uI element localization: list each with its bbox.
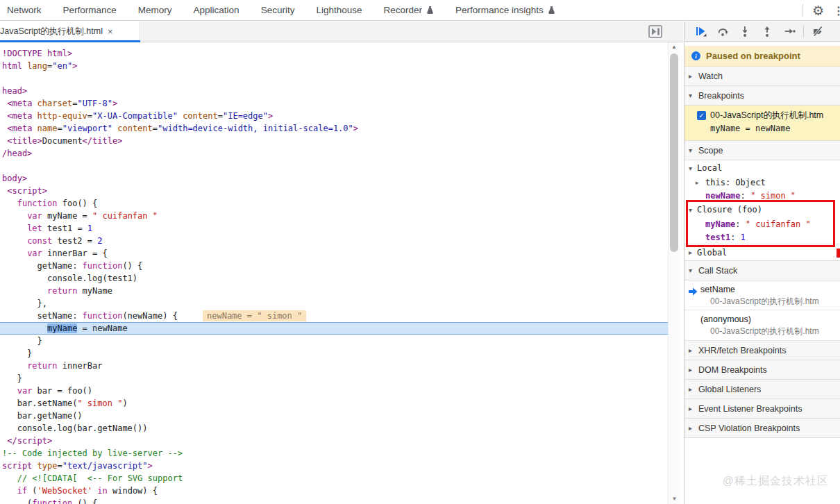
chevron-right-icon: ▸ — [689, 346, 697, 354]
scroll-down-arrow-icon[interactable]: ▼ — [669, 494, 680, 504]
file-tab-label: JavaScript的执行机制.html — [0, 26, 103, 37]
debugger-toolbar — [684, 22, 840, 42]
menu-item-network[interactable]: Network — [7, 5, 42, 15]
close-tab-icon[interactable]: × — [108, 26, 113, 37]
menu-item-performance-insights[interactable]: Performance insights — [455, 5, 555, 15]
code-line: var bar = foo() — [0, 385, 668, 397]
code-line: if ('WebSocket' in window) { — [0, 485, 668, 497]
step-over-button[interactable] — [715, 24, 730, 39]
editor-tab-strip: JavaScript的执行机制.html × — [0, 22, 683, 42]
code-line — [0, 160, 668, 172]
toolbar-divider — [803, 4, 803, 17]
code-line: <title>Document</title> — [0, 135, 668, 147]
breakpoint-condition: myName = newName — [684, 124, 840, 133]
chevron-right-icon: ▸ — [689, 366, 697, 373]
code-line: <meta http-equiv="X-UA-Compatible" conte… — [0, 110, 668, 122]
breakpoint-checkbox[interactable]: ✓ — [697, 111, 706, 120]
chevron-down-icon: ▾ — [689, 267, 697, 274]
section-global-listeners[interactable]: ▸Global Listeners — [684, 380, 840, 399]
execution-line: myName = newName — [0, 322, 668, 335]
scrollbar-thumb[interactable] — [670, 53, 678, 252]
settings-gear-icon[interactable]: ⚙ — [812, 4, 824, 17]
navigator-toggle-icon[interactable] — [648, 25, 662, 38]
chevron-down-icon: ▾ — [689, 146, 697, 154]
flask-icon — [426, 6, 434, 15]
chevron-right-icon: ▸ — [689, 424, 697, 432]
callstack-frame[interactable]: (anonymous)00-JavaScript的执行机制.htm — [684, 310, 840, 341]
step-out-button[interactable] — [759, 24, 775, 39]
code-line: const test2 = 2 — [0, 235, 668, 247]
code-line: /head> — [0, 147, 668, 160]
section-xhr-fetch-breakpoints[interactable]: ▸XHR/fetch Breakpoints — [684, 341, 840, 360]
scope-variable[interactable]: ▸this: Object — [684, 176, 840, 189]
scope-group-global[interactable]: ▸Global — [684, 244, 840, 261]
code-line: }, — [0, 297, 668, 310]
current-frame-arrow-icon — [688, 286, 698, 299]
menu-item-application[interactable]: Application — [194, 5, 240, 15]
code-line: var myName = " cuifanfan " — [0, 210, 668, 222]
menu-item-lighthouse[interactable]: Lighthouse — [316, 5, 362, 15]
topbar-right: ⚙ ⋮ — [803, 0, 840, 21]
file-tab[interactable]: JavaScript的执行机制.html × — [0, 22, 140, 42]
menu-item-performance[interactable]: Performance — [63, 5, 117, 15]
callstack-frame[interactable]: setName00-JavaScript的执行机制.htm — [684, 280, 840, 310]
section-watch[interactable]: ▸ Watch — [684, 67, 840, 86]
menu-item-recorder[interactable]: Recorder — [383, 5, 434, 15]
code-line: !-- Code injected by live-server --> — [0, 447, 668, 460]
code-line: (function () { — [0, 497, 668, 504]
section-dom-breakpoints[interactable]: ▸DOM Breakpoints — [684, 360, 840, 380]
paused-message: Paused on breakpoint — [706, 51, 800, 61]
code-line: getName: function() { — [0, 260, 668, 272]
editor-scrollbar[interactable]: ▲ ▼ — [668, 42, 680, 504]
section-breakpoints[interactable]: ▾ Breakpoints — [684, 86, 840, 106]
code-line: bar.getName() — [0, 410, 668, 422]
chevron-right-icon: ▸ — [689, 385, 697, 393]
code-line: setName: function(newName) {newName = " … — [0, 310, 668, 322]
watermark: @稀土掘金技术社区 — [723, 474, 829, 489]
code-line: var innerBar = { — [0, 247, 668, 260]
code-area: !DOCTYPE html>html lang="en">head> <meta… — [0, 47, 668, 504]
selected-token: myName — [47, 324, 77, 333]
code-line: <meta charset="UTF-8"> — [0, 97, 668, 110]
step-button[interactable] — [782, 24, 797, 39]
code-line: head> — [0, 85, 668, 97]
scope-variable[interactable]: myName: " cuifanfan " — [684, 217, 840, 230]
section-csp-violation-breakpoints[interactable]: ▸CSP Violation Breakpoints — [684, 419, 840, 438]
resume-script-button[interactable] — [693, 24, 708, 39]
breakpoint-entry[interactable]: ✓ 00-JavaScript的执行机制.htm myName = newNam… — [684, 106, 840, 141]
scope-variable[interactable]: test1: 1 — [684, 230, 840, 244]
section-event-listener-breakpoints[interactable]: ▸Event Listener Breakpoints — [684, 399, 840, 419]
menu-item-memory[interactable]: Memory — [138, 5, 172, 15]
devtools-menu-bar: NetworkPerformanceMemoryApplicationSecur… — [0, 0, 840, 21]
chevron-right-icon: ▸ — [689, 405, 697, 412]
debugger-sidebar: i Paused on breakpoint ▸ Watch ▾ Breakpo… — [684, 42, 840, 504]
scope-variable[interactable]: newName: " simon " — [684, 189, 840, 202]
code-line: <meta name="viewport" content="width=dev… — [0, 122, 668, 135]
code-editor[interactable]: !DOCTYPE html>html lang="en">head> <meta… — [0, 42, 668, 504]
call-stack-content: setName00-JavaScript的执行机制.htm(anonymous)… — [684, 280, 840, 341]
code-line: return innerBar — [0, 360, 668, 372]
step-into-button[interactable] — [737, 24, 753, 39]
info-icon: i — [691, 51, 700, 60]
code-line: let test1 = 1 — [0, 222, 668, 235]
section-scope[interactable]: ▾ Scope — [684, 141, 840, 160]
scope-group-local[interactable]: ▾Local — [684, 160, 840, 176]
code-line: html lang="en"> — [0, 60, 668, 72]
more-options-icon[interactable]: ⋮ — [833, 4, 839, 17]
scroll-up-arrow-icon[interactable]: ▲ — [669, 42, 680, 52]
chevron-down-icon: ▾ — [689, 206, 697, 214]
collapsed-sections: ▸XHR/fetch Breakpoints▸DOM Breakpoints▸G… — [684, 341, 840, 438]
menu-item-security[interactable]: Security — [261, 5, 295, 15]
chevron-down-icon: ▾ — [689, 165, 697, 172]
chevron-right-icon: ▸ — [689, 72, 697, 80]
code-line: console.log(bar.getName()) — [0, 422, 668, 435]
section-call-stack[interactable]: ▾ Call Stack — [684, 261, 840, 280]
scope-group-closure-foo[interactable]: ▾Closure (foo) — [684, 202, 840, 217]
chevron-right-icon: ▸ — [689, 249, 697, 256]
code-line: function foo() { — [0, 197, 668, 210]
code-line: console.log(test1) — [0, 272, 668, 285]
scope-content: ▾Local▸this: ObjectnewName: " simon "▾Cl… — [684, 160, 840, 261]
paused-banner: i Paused on breakpoint — [684, 46, 840, 67]
deactivate-breakpoints-button[interactable] — [810, 24, 825, 39]
code-line: body> — [0, 172, 668, 185]
